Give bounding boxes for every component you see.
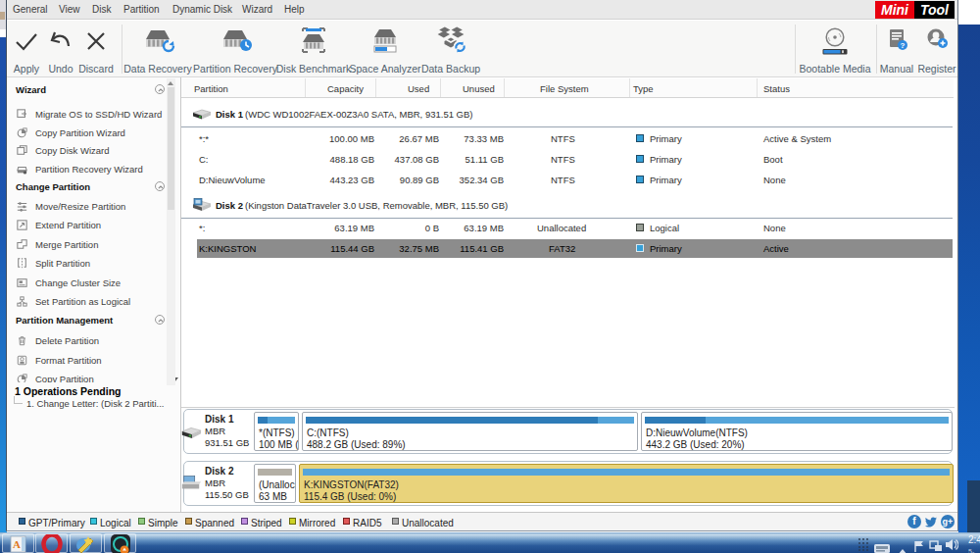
svg-text:?: ? bbox=[901, 41, 906, 50]
svg-text:A: A bbox=[13, 538, 21, 550]
